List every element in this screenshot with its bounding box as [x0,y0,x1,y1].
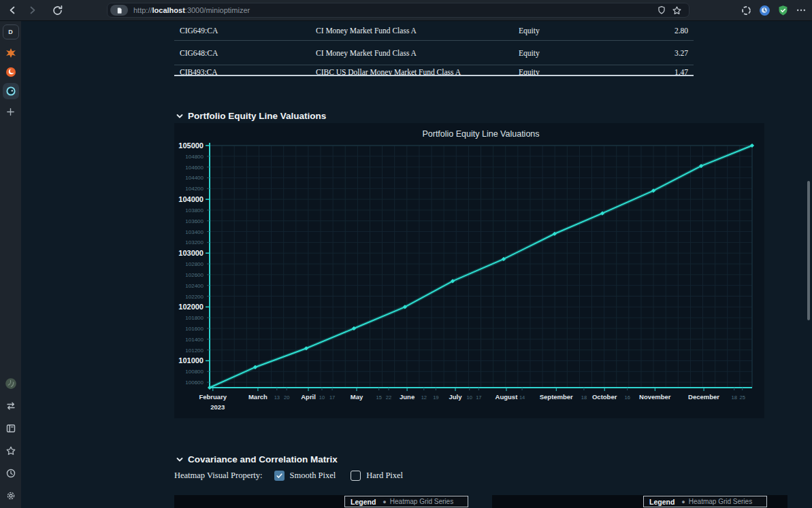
svg-text:14: 14 [519,394,525,401]
history-clock-icon [5,468,16,479]
fund-type: Equity [519,49,641,57]
svg-text:101600: 101600 [185,326,204,332]
section-title: Portfolio Equity Line Valuations [188,111,326,121]
bookmark-star-icon[interactable] [672,5,682,16]
extensions-puzzle-icon[interactable] [741,5,752,16]
tab-orange-app[interactable] [3,64,19,80]
table-row: CIB493:CA CIBC US Dollar Money Market Fu… [174,65,694,75]
svg-text:June: June [400,393,415,401]
svg-text:102000: 102000 [178,303,204,311]
portfolio-equity-chart-panel: Portfolio Equity Line Valuations10060010… [174,123,764,418]
svg-text:20: 20 [284,394,289,401]
svg-text:101800: 101800 [185,315,204,321]
svg-text:25: 25 [739,394,745,401]
tab-pinned-d[interactable]: D [3,24,19,39]
svg-text:18: 18 [732,394,737,401]
url-prefix: http:// [133,6,152,14]
svg-text:102400: 102400 [185,283,204,289]
reader-panel-button[interactable] [3,420,19,437]
svg-text:August: August [496,393,519,401]
browser-window: http://localhost:3000/minioptimizer D [0,0,812,508]
svg-text:103400: 103400 [185,229,204,235]
browser-toolbar: http://localhost:3000/minioptimizer [0,0,812,21]
svg-text:March: March [248,393,267,401]
fund-type: Equity [519,27,641,35]
portfolio-equity-line-chart: Portfolio Equity Line Valuations10060010… [174,123,764,418]
svg-text:103000: 103000 [178,249,204,257]
legend-series-dot: ● [681,498,685,505]
svg-text:102200: 102200 [185,294,204,300]
profile-button[interactable] [3,375,19,392]
svg-text:October: October [592,393,617,401]
history-button[interactable] [3,465,19,481]
reload-button[interactable] [49,3,65,18]
privacy-badge-icon[interactable] [759,5,770,16]
svg-text:2023: 2023 [210,403,225,411]
legend-series-dot: ● [383,498,386,505]
teal-app-icon [5,86,16,97]
smooth-pixel-label: Smooth Pixel [290,471,336,481]
shield-permissions-icon[interactable] [657,5,666,15]
tab-minioptimizer-active[interactable] [3,83,19,99]
svg-text:104000: 104000 [178,195,204,203]
svg-text:May: May [351,393,363,401]
reload-icon [52,5,63,16]
hard-pixel-checkbox[interactable] [351,471,361,481]
site-identity-badge[interactable] [110,5,128,16]
url-bar[interactable]: http://localhost:3000/minioptimizer [107,3,689,18]
svg-text:104200: 104200 [185,186,204,192]
svg-text:Portfolio Equity Line Valuatio: Portfolio Equity Line Valuations [422,129,539,139]
profile-avatar-icon [5,377,17,390]
svg-text:22: 22 [386,394,391,401]
legend-title: Legend [351,498,376,506]
svg-text:December: December [688,393,719,401]
swap-arrows-icon [5,401,16,411]
back-button[interactable] [4,3,20,18]
heatmap-property-label: Heatmap Visual Property: [174,471,263,481]
forward-button[interactable] [25,3,41,18]
svg-text:13: 13 [274,394,280,401]
bookmarks-star-icon [5,445,16,456]
url-text: http://localhost:3000/minioptimizer [133,6,657,14]
tab-starburst-app[interactable] [3,45,19,61]
section-header-covariance-matrix[interactable]: Covariance and Correlation Matrix [176,454,338,464]
fund-value: 3.27 [641,49,694,57]
bookmarks-button[interactable] [3,443,19,459]
reader-panel-icon [5,423,16,434]
overflow-menu-icon[interactable] [796,5,807,16]
fund-ticker: CIB493:CA [174,65,316,75]
url-path: :3000/minioptimizer [185,6,250,14]
correlation-heatmap-panel: Legend ● Heatmap Grid Series [492,495,787,508]
page-scrollbar-thumb[interactable] [807,181,810,320]
covariance-heatmap-panel: Legend ● Heatmap Grid Series [174,495,468,508]
svg-text:April: April [301,393,316,401]
svg-text:September: September [540,393,573,401]
fund-type: Equity [519,65,641,75]
svg-text:101400: 101400 [185,337,204,343]
adblock-shield-icon[interactable] [777,5,789,16]
svg-text:100600: 100600 [185,379,204,386]
heatmap-legend[interactable]: Legend ● Heatmap Grid Series [344,496,468,507]
section-header-equity-valuations[interactable]: Portfolio Equity Line Valuations [176,111,326,121]
vertical-tab-sidebar: D [0,20,21,508]
heatmap-legend[interactable]: Legend ● Heatmap Grid Series [643,496,767,507]
table-row: CIG649:CA CI Money Market Fund Class A E… [174,20,694,41]
svg-text:15: 15 [376,394,381,401]
settings-button[interactable] [3,488,19,504]
swap-tabs-button[interactable] [3,398,19,414]
smooth-pixel-checkbox[interactable] [274,471,285,481]
svg-text:18: 18 [581,394,587,401]
svg-text:103600: 103600 [185,218,204,224]
legend-title: Legend [649,498,675,506]
fund-ticker: CIG649:CA [174,27,316,35]
table-row: CIG648:CA CI Money Market Fund Class A E… [174,41,694,65]
svg-text:November: November [639,393,671,401]
page-document-icon [116,7,123,14]
new-tab-button[interactable] [3,103,19,120]
svg-text:102800: 102800 [185,261,204,267]
svg-text:February: February [199,393,227,401]
orange-app-icon [5,67,16,78]
svg-text:104600: 104600 [185,165,204,171]
svg-text:17: 17 [476,394,481,401]
svg-text:104400: 104400 [185,175,204,181]
